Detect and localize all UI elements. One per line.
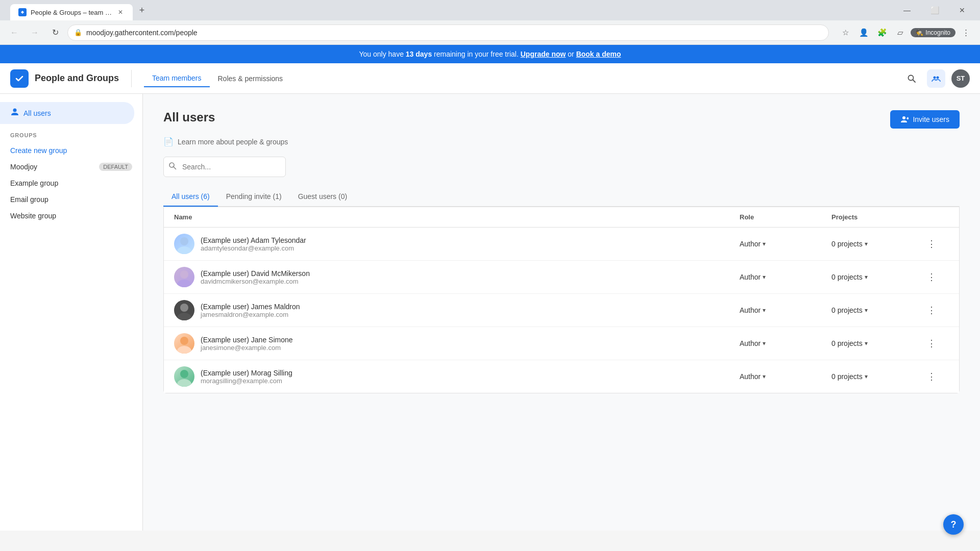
sidebar-group-moodjoy[interactable]: Moodjoy DEFAULT xyxy=(0,159,142,175)
sidebar-group-email[interactable]: Email group xyxy=(0,191,142,208)
new-tab-button[interactable]: + xyxy=(135,3,149,17)
col-projects: Projects xyxy=(831,213,923,221)
minimize-button[interactable]: — xyxy=(895,3,919,18)
groups-header: GROUPS xyxy=(0,124,142,142)
table-row: (Example user) Jane Simone janesimone@ex… xyxy=(164,327,959,360)
user-email-morag: moragsilling@example.com xyxy=(201,377,292,385)
tab-guest-users[interactable]: Guest users (0) xyxy=(290,187,355,207)
search-input[interactable] xyxy=(163,157,286,177)
user-name-morag: (Example user) Morag Silling xyxy=(201,369,292,377)
book-demo-link[interactable]: Book a demo xyxy=(576,50,621,58)
search-icon xyxy=(168,162,177,172)
svg-point-18 xyxy=(180,370,188,378)
role-chevron-icon: ▾ xyxy=(763,273,766,281)
group-name-moodjoy: Moodjoy xyxy=(10,163,37,171)
more-options-jane[interactable]: ⋮ xyxy=(923,335,940,352)
svg-line-9 xyxy=(174,167,176,169)
projects-morag[interactable]: 0 projects ▾ xyxy=(831,372,923,381)
user-info-james: (Example user) James Maldron jamesmaldro… xyxy=(174,300,740,320)
sidebar-group-example[interactable]: Example group xyxy=(0,175,142,191)
search-button[interactable] xyxy=(902,69,921,88)
upgrade-now-link[interactable]: Upgrade now xyxy=(521,50,566,58)
svg-point-15 xyxy=(177,313,191,320)
user-name-david: (Example user) David McMikerson xyxy=(201,269,310,278)
user-avatar[interactable]: ST xyxy=(951,69,970,88)
projects-jane[interactable]: 0 projects ▾ xyxy=(831,339,923,347)
role-value-morag: Author xyxy=(740,372,761,381)
extensions-icon[interactable]: 🧩 xyxy=(874,24,890,41)
sidebar-all-users[interactable]: All users xyxy=(0,102,134,124)
role-value-adam: Author xyxy=(740,240,761,248)
tab-all-users[interactable]: All users (6) xyxy=(163,187,218,207)
more-options-david[interactable]: ⋮ xyxy=(923,269,940,285)
projects-chevron-icon: ▾ xyxy=(865,273,868,281)
avatar-morag xyxy=(174,366,194,387)
projects-chevron-icon: ▾ xyxy=(865,307,868,314)
user-info-jane: (Example user) Jane Simone janesimone@ex… xyxy=(174,333,740,354)
tab-close-btn[interactable]: ✕ xyxy=(116,8,125,16)
incognito-badge: 🕵 Incognito xyxy=(911,28,955,37)
svg-point-17 xyxy=(177,346,191,354)
col-name: Name xyxy=(174,213,740,221)
avatar-adam xyxy=(174,234,194,254)
table-row: (Example user) David McMikerson davidmcm… xyxy=(164,261,959,294)
tab-title: People & Groups – team mem… xyxy=(31,9,112,16)
projects-value-james: 0 projects xyxy=(831,306,863,314)
table-row: (Example user) Morag Silling moragsillin… xyxy=(164,360,959,393)
help-button[interactable]: ? xyxy=(943,514,964,531)
role-select-james[interactable]: Author ▾ xyxy=(740,306,831,314)
learn-more-link[interactable]: 📄 Learn more about people & groups xyxy=(163,137,960,146)
close-button[interactable]: ✕ xyxy=(950,3,974,18)
bookmark-star-icon[interactable]: ☆ xyxy=(837,24,853,41)
user-info-adam: (Example user) Adam Tylesondar adamtyles… xyxy=(174,234,740,254)
user-info-david: (Example user) David McMikerson davidmcm… xyxy=(174,267,740,287)
group-name-website: Website group xyxy=(10,212,56,220)
role-select-morag[interactable]: Author ▾ xyxy=(740,372,831,381)
trial-days: 13 days xyxy=(406,50,432,58)
page-title: All users xyxy=(163,110,215,124)
groups-button[interactable] xyxy=(927,69,945,88)
role-value-james: Author xyxy=(740,306,761,314)
tab-pending-invite[interactable]: Pending invite (1) xyxy=(218,187,290,207)
main-content: All users Invite users 📄 Learn more abou… xyxy=(143,94,980,531)
svg-point-10 xyxy=(180,237,188,245)
browser-tab-bar: People & Groups – team mem… ✕ + xyxy=(10,0,891,20)
profile-icon[interactable]: 👤 xyxy=(855,24,872,41)
refresh-button[interactable]: ↻ xyxy=(47,24,63,41)
maximize-button[interactable]: ⬜ xyxy=(923,3,946,18)
more-options-james[interactable]: ⋮ xyxy=(923,302,940,318)
app-header: People and Groups Team members Roles & p… xyxy=(0,63,980,94)
projects-value-adam: 0 projects xyxy=(831,240,863,248)
create-new-group[interactable]: Create new group xyxy=(0,142,142,159)
sidebar-icon[interactable]: ▱ xyxy=(892,24,909,41)
projects-chevron-icon: ▾ xyxy=(865,240,868,247)
role-select-jane[interactable]: Author ▾ xyxy=(740,339,831,347)
user-tabs: All users (6) Pending invite (1) Guest u… xyxy=(163,187,960,207)
invite-users-label: Invite users xyxy=(913,115,949,123)
forward-button[interactable]: → xyxy=(27,24,43,41)
trial-banner: You only have 13 days remaining in your … xyxy=(0,45,980,63)
role-select-david[interactable]: Author ▾ xyxy=(740,273,831,281)
col-role: Role xyxy=(740,213,831,221)
projects-david[interactable]: 0 projects ▾ xyxy=(831,273,923,281)
svg-point-11 xyxy=(177,246,191,254)
sidebar-group-website[interactable]: Website group xyxy=(0,208,142,224)
more-options-morag[interactable]: ⋮ xyxy=(923,368,940,385)
url-text: moodjoy.gathercontent.com/people xyxy=(86,29,198,37)
header-nav: Team members Roles & permissions xyxy=(131,70,291,87)
more-options-icon[interactable]: ⋮ xyxy=(958,24,974,41)
person-icon xyxy=(10,107,19,119)
back-button[interactable]: ← xyxy=(6,24,22,41)
nav-team-members[interactable]: Team members xyxy=(144,70,209,87)
nav-roles-permissions[interactable]: Roles & permissions xyxy=(210,70,291,87)
user-email-james: jamesmaldron@example.com xyxy=(201,311,300,318)
more-options-adam[interactable]: ⋮ xyxy=(923,236,940,252)
projects-james[interactable]: 0 projects ▾ xyxy=(831,306,923,314)
lock-icon: 🔒 xyxy=(74,29,82,36)
avatar-james xyxy=(174,300,194,320)
user-name-james: (Example user) James Maldron xyxy=(201,303,300,311)
address-bar[interactable]: 🔒 moodjoy.gathercontent.com/people xyxy=(67,24,829,41)
role-select-adam[interactable]: Author ▾ xyxy=(740,240,831,248)
projects-adam[interactable]: 0 projects ▾ xyxy=(831,240,923,248)
invite-users-button[interactable]: Invite users xyxy=(890,110,960,129)
